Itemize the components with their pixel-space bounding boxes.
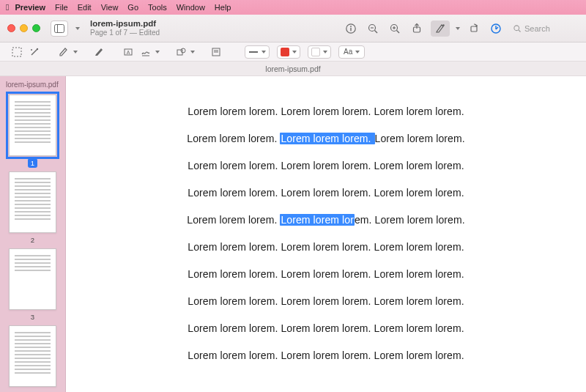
svg-point-3 — [350, 26, 352, 27]
window-close-button[interactable] — [7, 24, 15, 32]
document-text-line[interactable]: Lorem lorem lorem. Lorem lorem lorem. Lo… — [187, 133, 464, 144]
tab-strip: lorem-ipsum.pdf — [0, 62, 586, 76]
sketch-menu[interactable] — [73, 51, 78, 53]
text-run[interactable]: Lorem lorem lorem. Lorem lorem lorem. Lo… — [188, 106, 464, 117]
document-text-line[interactable]: Lorem lorem lorem. Lorem lorem lorem. Lo… — [188, 160, 464, 171]
selection-tool-button[interactable] — [9, 45, 25, 59]
text-selection[interactable]: Lorem lorem lor — [280, 214, 355, 226]
share-button[interactable] — [409, 22, 425, 35]
apple-menu-icon[interactable]:  — [6, 2, 9, 12]
text-icon: A — [123, 47, 133, 57]
form-fill-button[interactable] — [488, 22, 504, 35]
text-run[interactable]: Lorem lorem lorem. Lorem lorem lorem. Lo… — [188, 350, 464, 361]
menu-go[interactable]: Go — [127, 3, 138, 12]
window-titlebar: lorem-ipsum.pdf Page 1 of 7 — Edited — [0, 15, 586, 42]
instant-alpha-button[interactable] — [26, 45, 42, 59]
document-text-line[interactable]: Lorem lorem lorem. Lorem lorem lorem. Lo… — [188, 106, 464, 117]
chevron-down-icon — [456, 27, 460, 30]
app-menu[interactable]: Preview — [15, 3, 45, 12]
window-minimize-button[interactable] — [20, 24, 28, 32]
svg-line-18 — [519, 29, 521, 32]
zoom-out-icon — [367, 23, 379, 34]
svg-rect-0 — [55, 24, 64, 32]
menu-window[interactable]: Window — [177, 3, 205, 12]
shapes-menu[interactable] — [190, 51, 195, 53]
document-text-line[interactable]: Lorem lorem lorem. Lorem lorem lorem. Lo… — [187, 214, 464, 226]
menu-tools[interactable]: Tools — [148, 3, 167, 12]
sign-tool-button[interactable] — [138, 45, 154, 59]
form-icon — [490, 23, 502, 34]
chevron-down-icon — [323, 51, 327, 53]
thumbnail-page-4[interactable] — [9, 325, 56, 387]
thumbnail-sidebar[interactable]: lorem-ipsum.pdf 1 2 3 — [0, 76, 66, 392]
chevron-down-icon — [155, 51, 160, 53]
sidebar-view-menu[interactable] — [75, 27, 80, 30]
selection-icon — [12, 47, 22, 57]
fill-color-picker[interactable] — [308, 45, 331, 59]
menu-view[interactable]: View — [101, 3, 119, 12]
inspector-button[interactable] — [343, 22, 359, 35]
text-run[interactable]: Lorem lorem lorem. — [375, 133, 465, 144]
document-text-line[interactable]: Lorem lorem lorem. Lorem lorem lorem. Lo… — [188, 350, 464, 361]
chevron-down-icon — [75, 27, 80, 30]
text-style-label: Aa — [344, 48, 352, 56]
share-icon — [411, 23, 423, 34]
text-run[interactable]: Lorem lorem lorem. Lorem lorem lorem. Lo… — [188, 241, 464, 253]
text-tool-button[interactable]: A — [120, 45, 136, 59]
thumbnail-page-1[interactable] — [9, 95, 56, 156]
shapes-tool-button[interactable] — [173, 45, 189, 59]
document-text-line[interactable]: Lorem lorem lorem. Lorem lorem lorem. Lo… — [188, 322, 464, 334]
shapes-icon — [176, 47, 186, 57]
chevron-down-icon — [73, 51, 78, 53]
svg-point-14 — [442, 24, 444, 26]
document-text-line[interactable]: Lorem lorem lorem. Lorem lorem lorem. Lo… — [188, 268, 464, 280]
window-zoom-button[interactable] — [32, 24, 40, 32]
thumbnail-page-3[interactable] — [9, 248, 56, 310]
border-style-picker[interactable] — [245, 45, 270, 59]
toolbar-right-group: Search — [343, 21, 579, 37]
markup-toggle-button[interactable] — [431, 21, 450, 37]
text-run[interactable]: Lorem lorem lorem. — [187, 133, 280, 144]
text-run[interactable]: em. Lorem lorem lorem. — [355, 214, 465, 226]
text-run[interactable]: Lorem lorem lorem. Lorem lorem lorem. Lo… — [188, 295, 464, 307]
sketch-tool-button[interactable] — [56, 45, 72, 59]
svg-line-9 — [397, 30, 400, 33]
rotate-button[interactable] — [466, 22, 482, 35]
line-weight-icon — [248, 48, 259, 56]
text-run[interactable]: Lorem lorem lorem. Lorem lorem lorem. Lo… — [188, 160, 464, 171]
text-run[interactable]: Lorem lorem lorem. — [187, 214, 280, 226]
text-run[interactable]: Lorem lorem lorem. Lorem lorem lorem. Lo… — [188, 322, 464, 334]
document-text-line[interactable]: Lorem lorem lorem. Lorem lorem lorem. Lo… — [188, 295, 464, 307]
zoom-in-button[interactable] — [387, 22, 403, 35]
sidebar-toggle-button[interactable] — [51, 21, 68, 37]
svg-point-17 — [514, 25, 519, 30]
svg-line-20 — [31, 49, 37, 55]
svg-rect-19 — [12, 48, 21, 56]
search-placeholder: Search — [524, 24, 550, 33]
markup-menu[interactable] — [456, 27, 460, 30]
menu-help[interactable]: Help — [215, 3, 231, 12]
draw-tool-button[interactable] — [91, 45, 107, 59]
search-field[interactable]: Search — [513, 24, 579, 33]
border-color-picker[interactable] — [277, 45, 300, 59]
svg-point-28 — [181, 48, 185, 53]
document-canvas[interactable]: Lorem lorem lorem. Lorem lorem lorem. Lo… — [66, 76, 586, 392]
document-text-line[interactable]: Lorem lorem lorem. Lorem lorem lorem. Lo… — [188, 241, 464, 253]
sign-menu[interactable] — [155, 51, 160, 53]
svg-point-21 — [37, 48, 38, 49]
document-title-block[interactable]: lorem-ipsum.pdf Page 1 of 7 — Edited — [90, 19, 160, 37]
document-title: lorem-ipsum.pdf — [90, 19, 160, 28]
wand-icon — [29, 47, 40, 57]
thumbnail-page-2[interactable] — [9, 171, 56, 233]
note-tool-button[interactable] — [208, 45, 224, 59]
text-run[interactable]: Lorem lorem lorem. Lorem lorem lorem. Lo… — [188, 187, 464, 199]
menu-edit[interactable]: Edit — [78, 3, 92, 12]
text-selection[interactable]: Lorem lorem lorem. — [280, 133, 374, 144]
text-style-picker[interactable]: Aa — [338, 45, 365, 59]
text-run[interactable]: Lorem lorem lorem. Lorem lorem lorem. Lo… — [188, 268, 464, 280]
zoom-out-button[interactable] — [365, 22, 381, 35]
menu-file[interactable]: File — [55, 3, 68, 12]
tab-active[interactable]: lorem-ipsum.pdf — [265, 64, 320, 73]
markup-toolbar: A Aa — [0, 42, 586, 62]
document-text-line[interactable]: Lorem lorem lorem. Lorem lorem lorem. Lo… — [188, 187, 464, 199]
